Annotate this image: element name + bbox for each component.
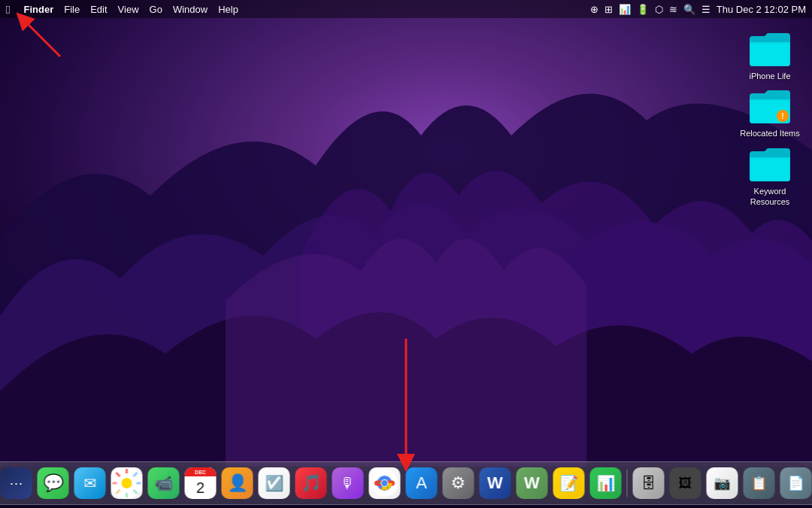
datetime-label: Thu Dec 2 12:02 PM [717, 4, 806, 15]
desktop-icon-keyword-resources[interactable]: Keyword Resources [740, 145, 800, 208]
dock-music[interactable]: 🎵 [294, 466, 329, 500]
bluetooth-icon: ⬡ [655, 4, 663, 15]
keyword-resources-label: Keyword Resources [740, 186, 800, 208]
dock: 🖥 ⋯ 💬 ✉ [0, 461, 812, 505]
desktop:  Finder File Edit View Go Window Help ⊕… [0, 0, 812, 508]
search-icon[interactable]: 🔍 [683, 4, 695, 15]
extra1-icon: 📋 [751, 475, 768, 491]
svg-text:!: ! [781, 112, 783, 120]
view-menu[interactable]: View [118, 4, 139, 15]
svg-rect-7 [751, 159, 789, 180]
dock-photos-thumb[interactable]: 🖼 [668, 466, 703, 500]
calendar-day-label: 2 [196, 479, 205, 497]
dock-appstore[interactable]: A [404, 466, 439, 500]
dock-facetime[interactable]: 📹 [147, 466, 181, 500]
svg-rect-3 [751, 44, 789, 65]
desktop-icon-relocated-items[interactable]: ! Relocated Items [740, 87, 800, 138]
menubar:  Finder File Edit View Go Window Help ⊕… [0, 0, 812, 18]
filevault-icon: 🗄 [641, 475, 656, 492]
chrome-icon [371, 470, 398, 497]
window-menu[interactable]: Window [173, 4, 208, 15]
extra2-icon: 📄 [788, 475, 804, 491]
desktop-icon-iphone-life[interactable]: iPhone Life [740, 30, 800, 81]
finder-menu[interactable]: Finder [23, 4, 53, 15]
photos-icon [111, 467, 143, 499]
edit-menu[interactable]: Edit [90, 4, 107, 15]
menubar-left:  Finder File Edit View Go Window Help [6, 3, 238, 16]
dock-numbers[interactable]: 📊 [589, 466, 623, 500]
word-icon: W [487, 473, 503, 493]
desktop-icons: iPhone Life ! Relocated Items Keyword Re… [740, 30, 800, 207]
relocated-items-label: Relocated Items [740, 128, 799, 138]
music-icon: 🎵 [301, 473, 321, 493]
dock-extra1[interactable]: 📋 [742, 466, 777, 500]
photos-thumb-icon: 🖼 [679, 476, 692, 491]
notif-icon: ☰ [701, 4, 710, 15]
control-icon: ⊞ [604, 4, 613, 15]
calendar-month-label: DEC [195, 470, 206, 475]
screenshot-icon: 📷 [714, 475, 731, 491]
file-menu[interactable]: File [64, 4, 80, 15]
appstore-icon: A [416, 473, 427, 493]
menubar-right: ⊕ ⊞ 📊 🔋 ⬡ ≋ 🔍 ☰ Thu Dec 2 12:02 PM [590, 4, 806, 15]
reminders-icon: ☑️ [265, 474, 283, 492]
dock-system-prefs[interactable]: ⚙ [441, 466, 476, 500]
apple-menu[interactable]:  [6, 3, 10, 16]
dock-contacts[interactable]: 👤 [220, 466, 255, 500]
facetime-icon: 📹 [154, 474, 173, 492]
dock-extra2[interactable]: 📄 [779, 466, 813, 500]
launchpad-icon: ⋯ [10, 475, 23, 491]
wifi-icon: ≋ [669, 4, 677, 15]
dock-mail[interactable]: ✉ [73, 466, 108, 500]
dock-divider [627, 470, 628, 497]
dock-screenshot[interactable]: 📷 [705, 466, 740, 500]
dock-filevault[interactable]: 🗄 [632, 466, 666, 500]
wordle-icon: W [524, 473, 540, 493]
battery-icon: 🔋 [637, 4, 649, 15]
contacts-icon: 👤 [227, 473, 247, 493]
wechat-icon: ⊕ [590, 4, 598, 15]
messages-icon: 💬 [43, 473, 63, 493]
notes-icon: 📝 [559, 474, 578, 492]
iphone-life-label: iPhone Life [749, 71, 790, 81]
dock-calendar[interactable]: DEC 2 [183, 466, 218, 500]
dock-launchpad[interactable]: ⋯ [0, 466, 34, 500]
dock-notes[interactable]: 📝 [552, 466, 586, 500]
dock-photos[interactable] [110, 466, 144, 500]
svg-point-13 [122, 478, 132, 488]
numbers-icon: 📊 [596, 474, 615, 492]
dock-chrome[interactable] [368, 466, 402, 500]
mail-icon: ✉ [83, 474, 96, 492]
dock-messages[interactable]: 💬 [36, 466, 71, 500]
dock-reminders[interactable]: ☑️ [257, 466, 292, 500]
dock-word[interactable]: W [478, 466, 513, 500]
settings-icon: ⚙ [451, 473, 466, 493]
svg-point-25 [382, 480, 388, 486]
go-menu[interactable]: Go [150, 4, 162, 15]
podcasts-icon: 🎙 [341, 475, 356, 492]
activity-icon: 📊 [619, 4, 631, 15]
dock-podcasts[interactable]: 🎙 [331, 466, 365, 500]
dock-wordle[interactable]: W [515, 466, 550, 500]
help-menu[interactable]: Help [218, 4, 238, 15]
